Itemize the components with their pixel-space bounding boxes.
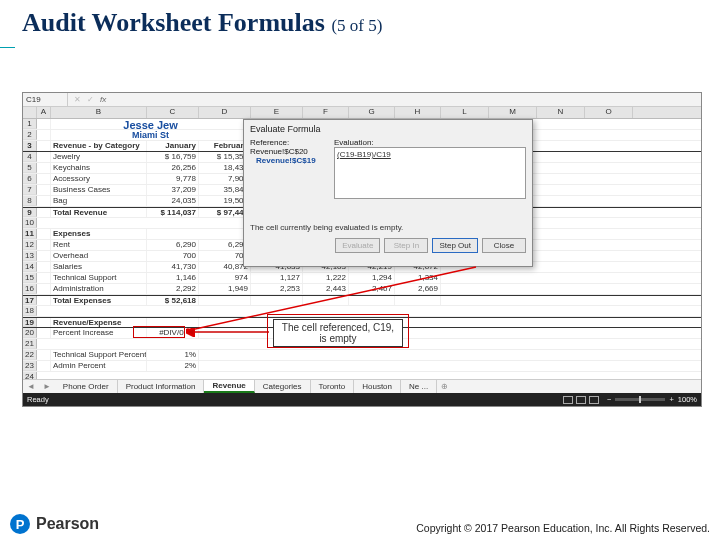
cell[interactable]: 6,290 bbox=[147, 240, 199, 250]
sheet-tab[interactable]: Product Information bbox=[118, 380, 205, 393]
zoom-level: 100% bbox=[678, 395, 697, 404]
row-header[interactable]: 7 bbox=[23, 185, 37, 195]
cancel-icon[interactable]: ✕ bbox=[74, 95, 81, 104]
row-header[interactable]: 18 bbox=[23, 306, 37, 316]
cell[interactable]: Rent bbox=[51, 240, 147, 250]
cell[interactable]: 2% bbox=[147, 361, 199, 371]
cell[interactable]: Salaries bbox=[51, 262, 147, 272]
cell[interactable]: 9,778 bbox=[147, 174, 199, 184]
col-header[interactable]: D bbox=[199, 107, 251, 118]
col-header[interactable]: G bbox=[349, 107, 395, 118]
row-header[interactable]: 14 bbox=[23, 262, 37, 272]
cell[interactable]: Administration bbox=[51, 284, 147, 294]
row-header[interactable]: 11 bbox=[23, 229, 37, 239]
cell[interactable]: Bag bbox=[51, 196, 147, 206]
zoom-in-icon[interactable]: + bbox=[669, 395, 673, 404]
row-header[interactable]: 1 bbox=[23, 119, 37, 129]
col-header[interactable]: F bbox=[303, 107, 349, 118]
evaluation-label: Evaluation: bbox=[334, 138, 374, 147]
cell[interactable]: 37,209 bbox=[147, 185, 199, 195]
enter-icon[interactable]: ✓ bbox=[87, 95, 94, 104]
cell[interactable]: January bbox=[147, 141, 199, 151]
cell[interactable]: 1% bbox=[147, 350, 199, 360]
close-button[interactable]: Close bbox=[482, 238, 526, 253]
row-header[interactable]: 22 bbox=[23, 350, 37, 360]
cell[interactable]: Admin Percent bbox=[51, 361, 147, 371]
sheet-tab[interactable]: Phone Order bbox=[55, 380, 118, 393]
fx-icon[interactable]: fx bbox=[100, 95, 106, 104]
row-header[interactable]: 15 bbox=[23, 273, 37, 283]
row-header[interactable]: 17 bbox=[23, 296, 37, 305]
cell[interactable]: Accessory bbox=[51, 174, 147, 184]
col-header[interactable]: C bbox=[147, 107, 199, 118]
cell[interactable]: Revenue - by Category bbox=[51, 141, 147, 151]
col-header[interactable]: E bbox=[251, 107, 303, 118]
row-header[interactable]: 20 bbox=[23, 328, 37, 338]
evaluate-button[interactable]: Evaluate bbox=[335, 238, 380, 253]
row-header[interactable]: 2 bbox=[23, 130, 37, 140]
sheet-tab[interactable]: Toronto bbox=[311, 380, 355, 393]
cell[interactable]: Overhead bbox=[51, 251, 147, 261]
cell[interactable]: 26,256 bbox=[147, 163, 199, 173]
status-text: Ready bbox=[27, 395, 49, 404]
step-in-button[interactable]: Step In bbox=[384, 238, 428, 253]
pearson-logo-icon: P bbox=[10, 514, 30, 534]
tab-nav-next-icon[interactable]: ► bbox=[39, 382, 55, 391]
row-header[interactable]: 3 bbox=[23, 141, 37, 151]
col-header[interactable]: H bbox=[395, 107, 441, 118]
col-header[interactable]: N bbox=[537, 107, 585, 118]
col-header[interactable]: B bbox=[51, 107, 147, 118]
row-header[interactable]: 12 bbox=[23, 240, 37, 250]
row-header[interactable]: 4 bbox=[23, 152, 37, 162]
sheet-tab[interactable]: Revenue bbox=[204, 380, 254, 393]
row-header[interactable]: 10 bbox=[23, 218, 37, 228]
cell[interactable]: Technical Support bbox=[51, 273, 147, 283]
sheet-tab[interactable]: Houston bbox=[354, 380, 401, 393]
row-header[interactable]: 8 bbox=[23, 196, 37, 206]
new-sheet-icon[interactable]: ⊕ bbox=[437, 382, 452, 391]
row-header[interactable]: 5 bbox=[23, 163, 37, 173]
cell[interactable]: Technical Support Percent bbox=[51, 350, 147, 360]
row-header[interactable]: 21 bbox=[23, 339, 37, 349]
row-header[interactable]: 23 bbox=[23, 361, 37, 371]
cell[interactable]: Keychains bbox=[51, 163, 147, 173]
cell[interactable]: Percent Increase bbox=[51, 328, 147, 338]
dialog-empty-message: The cell currently being evaluated is em… bbox=[250, 223, 526, 232]
row-header[interactable]: 9 bbox=[23, 208, 37, 217]
name-box[interactable]: C19 bbox=[23, 93, 68, 106]
cell[interactable]: Jewelry bbox=[51, 152, 147, 162]
tab-nav-prev-icon[interactable]: ◄ bbox=[23, 382, 39, 391]
row-header[interactable]: 16 bbox=[23, 284, 37, 294]
sheet-tabs: ◄ ► Phone OrderProduct InformationRevenu… bbox=[23, 379, 701, 393]
page-break-icon[interactable] bbox=[589, 396, 599, 404]
cell[interactable]: $ 16,759 bbox=[147, 152, 199, 162]
row-header[interactable]: 13 bbox=[23, 251, 37, 261]
col-header[interactable]: L bbox=[441, 107, 489, 118]
formula-bar[interactable]: ✕ ✓ fx bbox=[68, 93, 106, 106]
title-sub: (5 of 5) bbox=[331, 16, 382, 35]
select-all-corner[interactable] bbox=[23, 107, 37, 118]
cell[interactable]: Total Expenses bbox=[51, 296, 147, 305]
sheet-tab[interactable]: Ne ... bbox=[401, 380, 437, 393]
cell[interactable]: Business Cases bbox=[51, 185, 147, 195]
cell[interactable]: 700 bbox=[147, 251, 199, 261]
col-header[interactable]: O bbox=[585, 107, 633, 118]
row-header[interactable]: 6 bbox=[23, 174, 37, 184]
col-header[interactable]: M bbox=[489, 107, 537, 118]
zoom-control[interactable]: − + 100% bbox=[607, 395, 697, 404]
sheet-tab[interactable]: Categories bbox=[255, 380, 311, 393]
evaluation-value: (C19-B19)/C19 bbox=[337, 150, 391, 159]
normal-view-icon[interactable] bbox=[563, 396, 573, 404]
cell-revenue-expense[interactable]: Revenue/Expense bbox=[51, 318, 147, 327]
page-layout-icon[interactable] bbox=[576, 396, 586, 404]
dialog-title: Evaluate Formula bbox=[250, 124, 526, 134]
step-out-button[interactable]: Step Out bbox=[432, 238, 478, 253]
slide-footer: P Pearson Copyright © 2017 Pearson Educa… bbox=[0, 514, 720, 534]
col-header[interactable]: A bbox=[37, 107, 51, 118]
cell[interactable]: Expenses bbox=[51, 229, 147, 239]
row-header[interactable]: 19 bbox=[23, 318, 37, 327]
zoom-out-icon[interactable]: − bbox=[607, 395, 611, 404]
cell[interactable]: $ 114,037 bbox=[147, 208, 199, 217]
cell[interactable]: Total Revenue bbox=[51, 208, 147, 217]
cell[interactable]: 24,035 bbox=[147, 196, 199, 206]
